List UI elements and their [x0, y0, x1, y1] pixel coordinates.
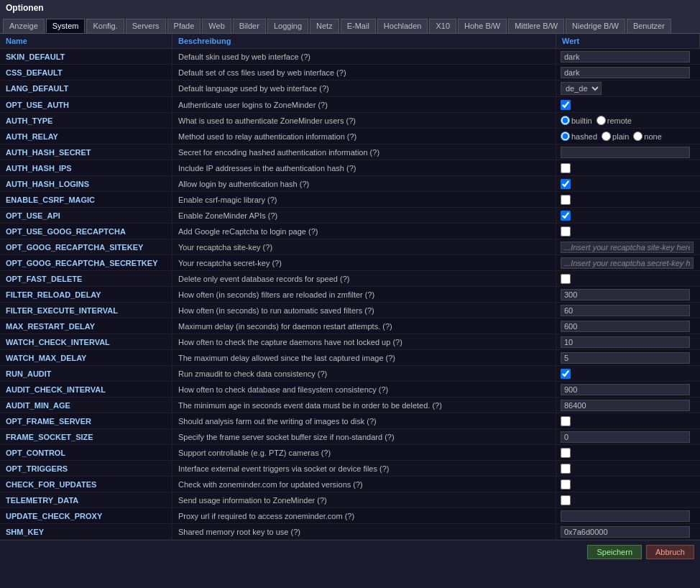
checkbox-run_audit[interactable]	[561, 369, 571, 379]
checkbox-telemetry_data[interactable]	[561, 495, 571, 505]
checkbox-opt_triggers[interactable]	[561, 464, 571, 474]
input-update_check_proxy[interactable]	[561, 510, 690, 522]
input-skin_default[interactable]	[561, 51, 690, 63]
checkbox-opt_use_goog_recaptcha[interactable]	[561, 226, 571, 236]
setting-value-max_restart_delay	[556, 318, 700, 334]
input-watch_check_interval[interactable]	[561, 336, 690, 348]
table-row: OPT_TRIGGERSInterface external event tri…	[0, 461, 700, 477]
radio-auth_type-builtin[interactable]	[561, 116, 570, 125]
checkbox-enable_csrf_magic[interactable]	[561, 195, 571, 205]
tab-konfig-[interactable]: Konfig.	[86, 19, 124, 33]
tab-logging[interactable]: Logging	[267, 19, 308, 33]
radio-auth_relay-plain[interactable]	[602, 132, 611, 141]
setting-desc-lang_default: Default language used by web interface (…	[172, 81, 556, 96]
setting-desc-auth_hash_logins: Allow login by authentication hash (?)	[172, 176, 556, 191]
setting-value-update_check_proxy	[556, 508, 700, 523]
select-lang_default[interactable]: de_deen_usfr_fr	[561, 82, 602, 95]
setting-desc-opt_frame_server: Should analysis farm out the writing of …	[172, 413, 556, 428]
setting-name-opt_control: OPT_CONTROL	[0, 445, 172, 460]
checkbox-opt_use_api[interactable]	[561, 211, 571, 221]
setting-name-opt_fast_delete: OPT_FAST_DELETE	[0, 271, 172, 286]
checkbox-opt_control[interactable]	[561, 448, 571, 458]
title-bar: Optionen	[0, 0, 700, 16]
input-css_default[interactable]	[561, 67, 690, 78]
table-row: SHM_KEYShared memory root key to use (?)	[0, 524, 700, 540]
input-watch_max_delay[interactable]	[561, 352, 690, 364]
input-opt_goog_recaptcha_sitekey[interactable]	[561, 242, 694, 253]
tab-hochladen[interactable]: Hochladen	[377, 19, 428, 33]
setting-name-opt_use_goog_recaptcha: OPT_USE_GOOG_RECAPTCHA	[0, 224, 172, 239]
setting-value-audit_min_age	[556, 398, 700, 413]
setting-name-max_restart_delay: MAX_RESTART_DELAY	[0, 318, 172, 334]
input-auth_hash_secret[interactable]	[561, 147, 690, 158]
setting-value-opt_goog_recaptcha_sitekey	[556, 239, 700, 254]
setting-value-auth_relay: hashedplainnone	[556, 129, 700, 144]
checkbox-auth_hash_ips[interactable]	[561, 163, 571, 173]
setting-value-lang_default: de_deen_usfr_fr	[556, 81, 700, 96]
setting-value-auth_hash_secret	[556, 144, 700, 160]
tab-mittlere-b-w[interactable]: Mittlere B/W	[508, 19, 564, 33]
table-row: CHECK_FOR_UPDATESCheck with zoneminder.c…	[0, 477, 700, 492]
save-button[interactable]: Speichern	[587, 545, 642, 559]
input-frame_socket_size[interactable]	[561, 431, 690, 443]
setting-name-opt_frame_server: OPT_FRAME_SERVER	[0, 413, 172, 428]
page-title: Optionen	[6, 3, 44, 13]
setting-value-skin_default	[556, 49, 700, 64]
setting-value-auth_hash_logins	[556, 176, 700, 191]
setting-desc-opt_goog_recaptcha_sitekey: Your recaptcha site-key (?)	[172, 239, 556, 254]
setting-desc-opt_fast_delete: Delete only event database records for s…	[172, 271, 556, 286]
tab-pfade[interactable]: Pfade	[167, 19, 201, 33]
checkbox-opt_fast_delete[interactable]	[561, 274, 571, 284]
setting-desc-auth_type: What is used to authenticate ZoneMinder …	[172, 113, 556, 128]
setting-name-audit_min_age: AUDIT_MIN_AGE	[0, 398, 172, 413]
setting-value-frame_socket_size	[556, 429, 700, 444]
input-filter_reload_delay[interactable]	[561, 289, 690, 300]
table-row: WATCH_MAX_DELAYThe maximum delay allowed…	[0, 350, 700, 366]
setting-name-telemetry_data: TELEMETRY_DATA	[0, 492, 172, 507]
table-row: UPDATE_CHECK_PROXYProxy url if required …	[0, 508, 700, 524]
input-max_restart_delay[interactable]	[561, 321, 690, 332]
checkbox-auth_hash_logins[interactable]	[561, 179, 571, 189]
tab-netz[interactable]: Netz	[310, 19, 339, 33]
radio-auth_relay-hashed[interactable]	[561, 132, 570, 141]
tab-niedrige-b-w[interactable]: Niedrige B/W	[566, 19, 625, 33]
cancel-button[interactable]: Abbruch	[646, 545, 694, 559]
tab-e-mail[interactable]: E-Mail	[341, 19, 376, 33]
col-value: Wert	[556, 34, 700, 48]
checkbox-opt_frame_server[interactable]	[561, 416, 571, 426]
setting-desc-auth_hash_secret: Secret for encoding hashed authenticatio…	[172, 144, 556, 160]
input-opt_goog_recaptcha_secretkey[interactable]	[561, 257, 694, 269]
tab-benutzer[interactable]: Benutzer	[627, 19, 671, 33]
setting-name-filter_execute_interval: FILTER_EXECUTE_INTERVAL	[0, 303, 172, 318]
setting-value-telemetry_data	[556, 492, 700, 507]
setting-value-opt_triggers	[556, 461, 700, 476]
table-row: RUN_AUDITRun zmaudit to check data consi…	[0, 366, 700, 382]
setting-desc-opt_use_goog_recaptcha: Add Google reCaptcha to login page (?)	[172, 224, 556, 239]
tab-hohe-b-w[interactable]: Hohe B/W	[458, 19, 507, 33]
checkbox-check_for_updates[interactable]	[561, 479, 571, 490]
input-audit_min_age[interactable]	[561, 400, 690, 411]
tab-x10[interactable]: X10	[429, 19, 456, 33]
input-audit_check_interval[interactable]	[561, 384, 690, 395]
tab-system[interactable]: System	[46, 19, 86, 33]
setting-name-opt_goog_recaptcha_secretkey: OPT_GOOG_RECAPTCHA_SECRETKEY	[0, 255, 172, 270]
tab-servers[interactable]: Servers	[126, 19, 166, 33]
radio-auth_relay-none[interactable]	[633, 132, 643, 141]
checkbox-opt_use_auth[interactable]	[561, 100, 571, 110]
setting-desc-filter_execute_interval: How often (in seconds) to run automatic …	[172, 303, 556, 318]
input-shm_key[interactable]	[561, 526, 690, 538]
tab-web[interactable]: Web	[202, 19, 231, 33]
setting-value-opt_use_api	[556, 208, 700, 223]
table-row: FILTER_RELOAD_DELAYHow often (in seconds…	[0, 287, 700, 303]
setting-value-css_default	[556, 65, 700, 80]
input-filter_execute_interval[interactable]	[561, 305, 690, 316]
setting-desc-check_for_updates: Check with zoneminder.com for updated ve…	[172, 477, 556, 492]
setting-desc-telemetry_data: Send usage information to ZoneMinder (?)	[172, 492, 556, 507]
tab-bilder[interactable]: Bilder	[233, 19, 266, 33]
radio-auth_type-remote[interactable]	[597, 116, 606, 125]
tab-anzeige[interactable]: Anzeige	[3, 19, 45, 33]
setting-value-auth_hash_ips	[556, 160, 700, 175]
setting-name-check_for_updates: CHECK_FOR_UPDATES	[0, 477, 172, 492]
setting-desc-audit_min_age: The minimum age in seconds event data mu…	[172, 398, 556, 413]
setting-name-auth_hash_secret: AUTH_HASH_SECRET	[0, 144, 172, 160]
